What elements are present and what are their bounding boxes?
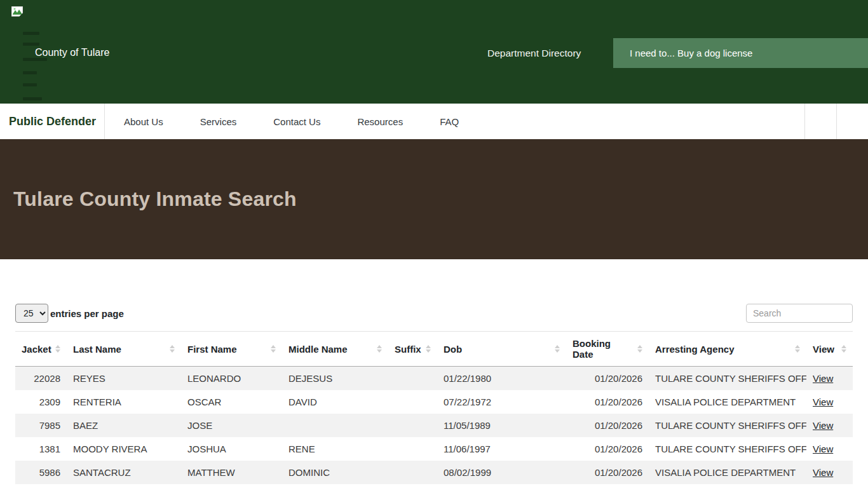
cell-booking: 01/20/2026 bbox=[566, 414, 649, 437]
column-header-middle[interactable]: Middle Name bbox=[282, 332, 388, 367]
department-directory-link[interactable]: Department Directory bbox=[487, 48, 581, 59]
table-row: 2309RENTERIAOSCARDAVID07/22/197201/20/20… bbox=[15, 390, 853, 414]
cell-agency: VISALIA POLICE DEPARTMENT bbox=[649, 461, 806, 484]
column-header-dob[interactable]: Dob bbox=[437, 332, 566, 367]
sort-icon bbox=[271, 345, 276, 353]
cell-dob: 01/22/1980 bbox=[437, 367, 566, 391]
cell-booking: 01/20/2026 bbox=[566, 461, 649, 484]
cell-dob: 11/06/1997 bbox=[437, 437, 566, 461]
cell-last: MOODY RIVERA bbox=[67, 437, 181, 461]
search-input[interactable] bbox=[746, 304, 853, 323]
nav-item-services[interactable]: Services bbox=[182, 104, 255, 139]
cell-agency: VISALIA POLICE DEPARTMENT bbox=[649, 484, 806, 488]
nav-item-about-us[interactable]: About Us bbox=[106, 104, 181, 139]
site-header: County of Tulare Department Directory I … bbox=[0, 0, 868, 104]
cell-suffix bbox=[388, 461, 437, 484]
page-size-controls: 25 entries per page bbox=[15, 304, 124, 323]
view-link[interactable]: View bbox=[813, 396, 833, 407]
cell-view: View bbox=[806, 461, 853, 484]
logo-alt-text-line bbox=[23, 32, 39, 35]
cell-booking: 01/20/2026 bbox=[566, 437, 649, 461]
cell-view: View bbox=[806, 437, 853, 461]
sort-icon bbox=[55, 345, 60, 353]
nav-utility-area bbox=[804, 104, 868, 139]
broken-image-icon bbox=[11, 6, 23, 17]
nav-utility-cell-2 bbox=[836, 104, 868, 139]
cell-suffix bbox=[388, 437, 437, 461]
site-name: County of Tulare bbox=[35, 47, 109, 58]
sort-icon bbox=[377, 345, 382, 353]
logo-alt-text-line bbox=[23, 83, 37, 86]
column-header-booking[interactable]: Booking Date bbox=[566, 332, 649, 367]
cell-suffix bbox=[388, 390, 437, 414]
i-need-to-button[interactable]: I need to... Buy a dog license bbox=[613, 38, 868, 68]
nav-utility-cell-1 bbox=[804, 104, 836, 139]
cell-middle: DEJESUS bbox=[282, 367, 388, 391]
column-header-last[interactable]: Last Name bbox=[67, 332, 181, 367]
nav-item-resources[interactable]: Resources bbox=[339, 104, 421, 139]
sort-icon bbox=[426, 345, 431, 353]
cell-middle: DAVID bbox=[282, 390, 388, 414]
cell-first: LEONARDO bbox=[181, 367, 282, 391]
nav-links: About UsServicesContact UsResourcesFAQ bbox=[105, 104, 477, 139]
logo-alt-text-line bbox=[23, 71, 37, 74]
cell-last: REYES bbox=[67, 367, 181, 391]
cell-view: View bbox=[806, 414, 853, 437]
cell-agency: TULARE COUNTY SHERIFFS OFFICE bbox=[649, 414, 806, 437]
cell-booking: 01/20/2026 bbox=[566, 367, 649, 391]
table-header: JacketLast NameFirst NameMiddle NameSuff… bbox=[15, 332, 853, 367]
cell-jacket: 497671 bbox=[15, 484, 67, 488]
cell-agency: TULARE COUNTY SHERIFFS OFFICE bbox=[649, 367, 806, 391]
view-link[interactable]: View bbox=[813, 373, 833, 384]
column-header-suffix[interactable]: Suffix bbox=[388, 332, 437, 367]
cell-agency: VISALIA POLICE DEPARTMENT bbox=[649, 390, 806, 414]
column-header-jacket[interactable]: Jacket bbox=[15, 332, 67, 367]
view-link[interactable]: View bbox=[813, 467, 833, 478]
table-row: 7985BAEZJOSE11/05/198901/20/2026TULARE C… bbox=[15, 414, 853, 437]
nav-item-faq[interactable]: FAQ bbox=[422, 104, 477, 139]
view-link[interactable]: View bbox=[813, 444, 833, 454]
cell-booking: 01/20/2026 bbox=[566, 390, 649, 414]
table-row: 5986SANTACRUZMATTHEWDOMINIC08/02/199901/… bbox=[15, 461, 853, 484]
view-link[interactable]: View bbox=[813, 420, 833, 431]
cell-first: JOSHUA bbox=[181, 437, 282, 461]
main-content: 25 entries per page JacketLast NameFirst… bbox=[0, 304, 868, 488]
sort-icon bbox=[841, 345, 846, 353]
table-controls: 25 entries per page bbox=[15, 304, 853, 323]
county-logo-broken-image bbox=[11, 6, 37, 17]
cell-last: SANTACRUZ bbox=[67, 461, 181, 484]
nav-item-contact-us[interactable]: Contact Us bbox=[255, 104, 338, 139]
cell-middle bbox=[282, 414, 388, 437]
cell-dob: 05/04/1997 bbox=[437, 484, 566, 488]
cell-view: View bbox=[806, 484, 853, 488]
entries-per-page-select[interactable]: 25 bbox=[15, 304, 48, 323]
sort-icon bbox=[555, 345, 560, 353]
cell-suffix bbox=[388, 414, 437, 437]
sort-icon bbox=[637, 345, 642, 353]
cell-dob: 11/05/1989 bbox=[437, 414, 566, 437]
hero-banner: Tulare County Inmate Search bbox=[0, 139, 868, 259]
column-header-view[interactable]: View bbox=[806, 332, 853, 367]
inmate-table: JacketLast NameFirst NameMiddle NameSuff… bbox=[15, 331, 853, 488]
department-brand[interactable]: Public Defender bbox=[0, 104, 105, 139]
cell-dob: 08/02/1999 bbox=[437, 461, 566, 484]
cell-dob: 07/22/1972 bbox=[437, 390, 566, 414]
cell-last: RANGEL bbox=[67, 484, 181, 488]
table-row: 22028REYESLEONARDODEJESUS01/22/198001/20… bbox=[15, 367, 853, 391]
sort-icon bbox=[795, 345, 800, 353]
table-row: 497671RANGELADRIANNAMARIE05/04/199701/20… bbox=[15, 484, 853, 488]
cell-booking: 01/20/2026 bbox=[566, 484, 649, 488]
column-header-agency[interactable]: Arresting Agency bbox=[649, 332, 806, 367]
cell-jacket: 5986 bbox=[15, 461, 67, 484]
cell-jacket: 1381 bbox=[15, 437, 67, 461]
department-navbar: Public Defender About UsServicesContact … bbox=[0, 104, 868, 139]
logo-alt-text-line bbox=[23, 97, 42, 100]
cell-jacket: 7985 bbox=[15, 414, 67, 437]
cell-middle: RENE bbox=[282, 437, 388, 461]
cell-suffix bbox=[388, 367, 437, 391]
cell-last: BAEZ bbox=[67, 414, 181, 437]
cell-agency: TULARE COUNTY SHERIFFS OFFICE bbox=[649, 437, 806, 461]
cell-middle: MARIE bbox=[282, 484, 388, 488]
column-header-first[interactable]: First Name bbox=[181, 332, 282, 367]
logo-alt-text-line bbox=[23, 43, 39, 46]
